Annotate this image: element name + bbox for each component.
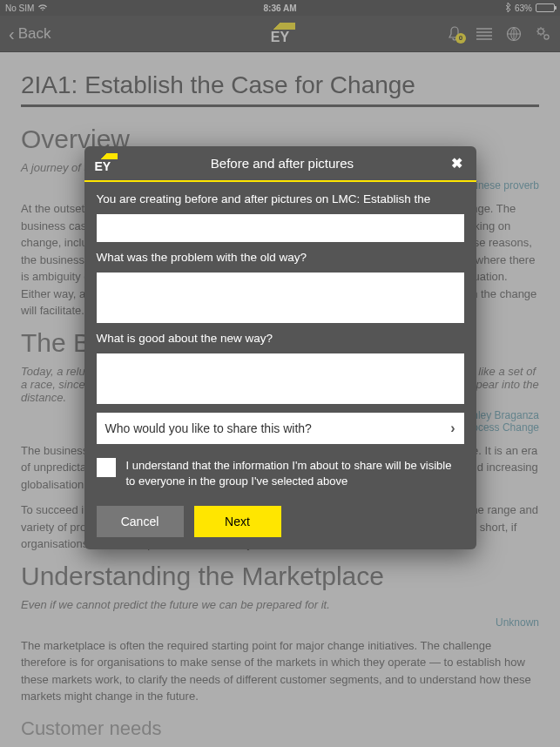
gears-icon — [536, 26, 551, 42]
para-4: The marketplace is often the required st… — [21, 637, 539, 705]
next-button[interactable]: Next — [194, 506, 281, 537]
svg-point-2 — [544, 34, 549, 38]
ey-logo-text: EY — [271, 30, 289, 44]
problem-textarea[interactable] — [97, 273, 464, 323]
modal-footer: Cancel Next — [97, 506, 464, 537]
chevron-left-icon: ‹ — [9, 25, 15, 43]
globe-icon — [506, 26, 522, 42]
globe-button[interactable] — [506, 26, 522, 42]
ey-stripe-icon — [95, 153, 118, 159]
battery-pct: 63% — [515, 3, 532, 13]
close-button[interactable]: ✖ — [448, 153, 466, 173]
modal-header: EY Before and after pictures ✖ — [84, 146, 476, 182]
list-icon — [476, 28, 492, 40]
good-label: What is good about the new way? — [97, 332, 464, 345]
svg-point-1 — [538, 28, 543, 33]
ey-stripe-icon — [266, 23, 295, 30]
list-button[interactable] — [476, 26, 492, 42]
wifi-icon — [37, 3, 48, 13]
modal-title: Before and after pictures — [126, 156, 439, 171]
page-title: 2IA1: Establish the Case for Change — [21, 71, 539, 107]
notifications-button[interactable]: 0 — [447, 26, 462, 42]
heading-customer-needs: Customer needs — [21, 717, 539, 740]
cancel-button[interactable]: Cancel — [97, 506, 184, 537]
brand-logo: EY — [266, 23, 295, 44]
intro-label: You are creating before and after pictur… — [97, 192, 464, 205]
battery-icon — [536, 3, 555, 12]
bluetooth-icon — [505, 3, 511, 14]
quote-3: Even if we cannot predict the future we … — [21, 598, 539, 611]
heading-understanding: Understanding the Marketplace — [21, 562, 539, 591]
before-after-modal: EY Before and after pictures ✖ You are c… — [84, 146, 476, 549]
status-bar: No SIM 8:36 AM 63% — [0, 0, 560, 16]
settings-button[interactable] — [536, 26, 551, 42]
share-placeholder: Who would you like to share this with? — [105, 421, 312, 435]
good-textarea[interactable] — [97, 353, 464, 404]
attrib-3: Unknown — [21, 616, 539, 629]
modal-body: You are creating before and after pictur… — [84, 182, 476, 549]
consent-text: I understand that the information I'm ab… — [126, 458, 464, 488]
carrier-text: No SIM — [5, 3, 34, 13]
status-time: 8:36 AM — [264, 3, 297, 13]
consent-checkbox[interactable] — [97, 458, 116, 477]
close-icon: ✖ — [451, 156, 462, 171]
notification-badge: 0 — [455, 33, 466, 44]
ey-logo-text: EY — [95, 159, 118, 173]
chevron-right-icon: › — [450, 421, 455, 436]
back-label: Back — [18, 25, 51, 43]
back-button[interactable]: ‹ Back — [9, 25, 51, 43]
nav-bar: ‹ Back EY 0 — [0, 16, 560, 52]
share-select[interactable]: Who would you like to share this with? › — [97, 413, 464, 444]
modal-logo: EY — [95, 153, 118, 173]
consent-row: I understand that the information I'm ab… — [97, 458, 464, 488]
intro-input[interactable] — [97, 214, 464, 242]
problem-label: What was the problem with the old way? — [97, 251, 464, 264]
